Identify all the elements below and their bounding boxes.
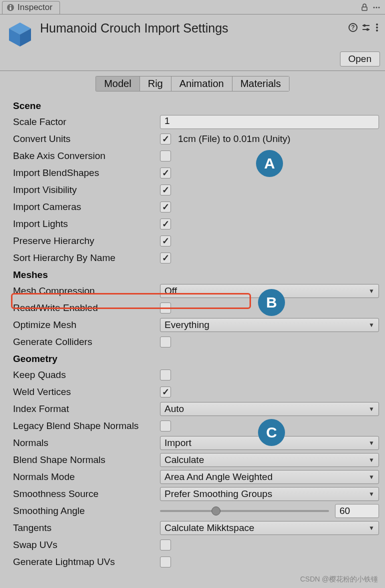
chevron-down-icon: ▼ [368, 440, 374, 446]
settings-icon[interactable] [361, 22, 371, 32]
generate-lightmap-uvs-checkbox[interactable] [160, 556, 171, 568]
bsn-dropdown[interactable]: Calculate ▼ [160, 453, 379, 467]
import-cameras-checkbox[interactable] [160, 202, 171, 212]
normals-dropdown[interactable]: Import ▼ [160, 436, 379, 450]
convert-units-label: Convert Units [13, 134, 160, 144]
generate-lightmap-uvs-label: Generate Lightmap UVs [13, 556, 160, 568]
section-scene: Scene [13, 98, 379, 114]
bsn-label: Blend Shape Normals [13, 454, 160, 466]
section-geometry: Geometry [13, 350, 379, 366]
import-cameras-label: Import Cameras [13, 202, 160, 212]
keep-quads-label: Keep Quads [13, 370, 160, 380]
smoothing-angle-slider[interactable]: 60 [160, 504, 379, 518]
index-format-dropdown[interactable]: Auto ▼ [160, 402, 379, 416]
import-lights-label: Import Lights [13, 218, 160, 230]
tab-rig[interactable]: Rig [140, 76, 171, 92]
svg-point-16 [376, 24, 378, 26]
legacy-bsn-label: Legacy Blend Shape Normals [13, 420, 160, 432]
asset-icon [5, 20, 35, 50]
normals-mode-dropdown[interactable]: Area And Angle Weighted ▼ [160, 470, 379, 484]
bake-axis-label: Bake Axis Conversion [13, 150, 160, 162]
import-blendshapes-label: Import BlendShapes [13, 168, 160, 178]
legacy-bsn-checkbox[interactable] [160, 420, 171, 432]
weld-vertices-checkbox[interactable] [160, 386, 171, 398]
mesh-compression-value: Off [164, 286, 177, 296]
chevron-down-icon: ▼ [368, 490, 374, 498]
read-write-label: Read/Write Enabled [13, 302, 160, 314]
import-blendshapes-checkbox[interactable] [160, 168, 171, 178]
mesh-compression-dropdown[interactable]: Off ▼ [160, 284, 379, 298]
sort-hierarchy-label: Sort Hierarchy By Name [13, 252, 160, 264]
inspector-tab[interactable]: Inspector [2, 1, 60, 14]
tab-materials[interactable]: Materials [232, 76, 290, 92]
scale-factor-input[interactable]: 1 [160, 115, 379, 129]
convert-units-hint: 1cm (File) to 0.01m (Unity) [178, 134, 290, 144]
lock-icon[interactable] [360, 3, 369, 12]
open-button[interactable]: Open [340, 52, 380, 66]
header-row: Humanoid Crouch Import Settings ? [0, 14, 385, 52]
scale-factor-label: Scale Factor [13, 116, 160, 128]
generate-colliders-label: Generate Colliders [13, 336, 160, 348]
read-write-checkbox[interactable] [160, 302, 171, 314]
import-lights-checkbox[interactable] [160, 218, 171, 230]
generate-colliders-checkbox[interactable] [160, 336, 171, 348]
normals-mode-value: Area And Angle Weighted [164, 472, 272, 482]
help-icon[interactable]: ? [348, 22, 358, 32]
optimize-mesh-label: Optimize Mesh [13, 320, 160, 330]
swap-uvs-checkbox[interactable] [160, 540, 171, 550]
normals-mode-label: Normals Mode [13, 472, 160, 482]
import-visibility-label: Import Visibility [13, 184, 160, 196]
page-title: Humanoid Crouch Import Settings [40, 21, 348, 36]
kebab-icon[interactable] [374, 22, 380, 32]
svg-point-4 [374, 7, 375, 8]
sort-hierarchy-checkbox[interactable] [160, 252, 171, 264]
inspector-tab-label: Inspector [18, 2, 52, 12]
tangents-dropdown[interactable]: Calculate Mikktspace ▼ [160, 521, 379, 535]
index-format-label: Index Format [13, 404, 160, 414]
mesh-compression-label: Mesh Compression [13, 286, 160, 296]
panel-tab-strip: Inspector [0, 0, 385, 14]
optimize-mesh-dropdown[interactable]: Everything ▼ [160, 318, 379, 332]
chevron-down-icon: ▼ [368, 406, 374, 412]
smoothing-angle-input[interactable]: 60 [335, 504, 379, 518]
smoothness-source-label: Smoothness Source [13, 488, 160, 500]
preserve-hierarchy-checkbox[interactable] [160, 236, 171, 246]
svg-point-1 [10, 5, 12, 6]
svg-point-18 [376, 30, 378, 32]
smoothness-source-dropdown[interactable]: Prefer Smoothing Groups ▼ [160, 487, 379, 501]
chevron-down-icon: ▼ [368, 322, 374, 328]
chevron-down-icon: ▼ [368, 474, 374, 480]
tab-animation[interactable]: Animation [171, 76, 232, 92]
svg-point-14 [364, 24, 366, 27]
menu-icon[interactable] [372, 3, 381, 12]
normals-value: Import [164, 438, 192, 448]
chevron-down-icon: ▼ [368, 456, 374, 464]
swap-uvs-label: Swap UVs [13, 540, 160, 550]
smoothness-source-value: Prefer Smoothing Groups [164, 488, 272, 500]
index-format-value: Auto [164, 404, 184, 414]
tangents-value: Calculate Mikktspace [164, 522, 254, 534]
normals-label: Normals [13, 438, 160, 448]
import-visibility-checkbox[interactable] [160, 184, 171, 196]
keep-quads-checkbox[interactable] [160, 370, 171, 380]
convert-units-checkbox[interactable] [160, 134, 171, 144]
import-tabs: Model Rig Animation Materials [96, 76, 290, 92]
preserve-hierarchy-label: Preserve Hierarchy [13, 236, 160, 246]
svg-point-6 [378, 7, 380, 8]
svg-point-17 [376, 26, 378, 28]
svg-rect-2 [10, 7, 12, 10]
svg-text:?: ? [351, 24, 354, 31]
optimize-mesh-value: Everything [164, 320, 210, 330]
section-meshes: Meshes [13, 266, 379, 282]
chevron-down-icon: ▼ [368, 288, 374, 294]
svg-point-5 [376, 7, 378, 8]
tab-model[interactable]: Model [96, 76, 139, 92]
weld-vertices-label: Weld Vertices [13, 386, 160, 398]
bsn-value: Calculate [164, 454, 204, 466]
svg-rect-3 [362, 7, 367, 10]
chevron-down-icon: ▼ [368, 524, 374, 532]
bake-axis-checkbox[interactable] [160, 150, 171, 162]
watermark: CSDN @樱花粉的小铁锤 [300, 575, 378, 584]
tangents-label: Tangents [13, 522, 160, 534]
info-icon [6, 4, 14, 12]
